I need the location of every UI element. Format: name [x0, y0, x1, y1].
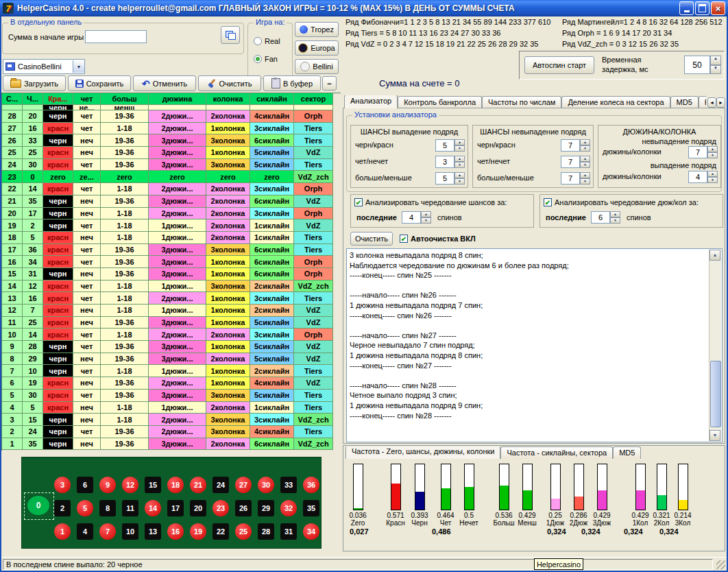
tab-Ко[interactable]: Ко: [699, 96, 706, 108]
chances-miss-row1-stepper[interactable]: 7▲▼: [561, 139, 590, 152]
spinner-up-icon[interactable]: ▲: [454, 139, 465, 145]
dozen-hit-stepper[interactable]: 4▲▼: [688, 171, 718, 183]
board-number-29[interactable]: 29: [258, 500, 274, 516]
board-number-4[interactable]: 4: [77, 523, 93, 540]
spinner-down-icon[interactable]: ▼: [710, 65, 721, 75]
spinner-up-icon[interactable]: ▲: [580, 172, 590, 178]
board-number-15[interactable]: 15: [145, 477, 161, 493]
spinner-down-icon[interactable]: ▼: [580, 178, 590, 184]
spinner-down-icon[interactable]: ▼: [580, 162, 590, 168]
freq-tab-Частота - сиклайны, сектора[interactable]: Частота - сиклайны, сектора: [500, 446, 613, 459]
alt-chances-stepper[interactable]: 4▲▼: [402, 211, 431, 224]
radio-fan-label[interactable]: Fan: [265, 55, 278, 63]
log-scrollbar[interactable]: ▲ ▼: [709, 250, 721, 441]
casino-combobox[interactable]: CasinoBellini ▼: [3, 59, 85, 74]
spinner-up-icon[interactable]: ▲: [707, 171, 718, 177]
board-number-33[interactable]: 33: [280, 477, 297, 493]
resize-grip[interactable]: [716, 560, 725, 569]
board-number-34[interactable]: 34: [303, 523, 319, 540]
spinner-up-icon[interactable]: ▲: [580, 156, 590, 162]
casino-bellini-button[interactable]: Bellini: [295, 59, 339, 74]
delay-input[interactable]: 50: [684, 56, 710, 74]
board-number-18[interactable]: 18: [167, 477, 184, 493]
copy-to-clipboard-button[interactable]: В буфер: [263, 75, 321, 91]
board-number-35[interactable]: 35: [303, 500, 319, 516]
alt-dozen-checkbox[interactable]: ✔: [544, 198, 552, 206]
spinner-up-icon[interactable]: ▲: [710, 56, 721, 65]
maximize-button[interactable]: [695, 1, 709, 15]
board-number-31[interactable]: 31: [280, 523, 297, 540]
casino-tropez-button[interactable]: Tropez: [295, 22, 339, 37]
board-number-3[interactable]: 3: [54, 477, 71, 493]
board-number-20[interactable]: 20: [190, 500, 206, 516]
autospin-start-button[interactable]: Автоспин старт: [524, 56, 594, 74]
collapse-button[interactable]: −: [322, 76, 337, 91]
autoclear-checkbox[interactable]: ✔: [400, 235, 408, 243]
board-number-13[interactable]: 13: [145, 523, 161, 540]
spinner-down-icon[interactable]: ▼: [454, 145, 465, 152]
chances-miss-row3-stepper[interactable]: 7▲▼: [561, 172, 590, 184]
tab-Анализатор[interactable]: Анализатор: [344, 95, 398, 108]
board-number-17[interactable]: 17: [167, 500, 184, 516]
minimize-button[interactable]: [679, 1, 694, 15]
tab-Контроль банкролла[interactable]: Контроль банкролла: [398, 96, 482, 108]
chances-hit-row3-stepper[interactable]: 5▲▼: [435, 172, 465, 184]
title-bar[interactable]: 7 HelperCasino 4.0 - create helperroulle…: [0, 0, 728, 16]
dozen-miss-stepper[interactable]: 7▲▼: [688, 146, 718, 158]
board-number-36[interactable]: 36: [303, 477, 319, 493]
board-number-1[interactable]: 1: [54, 523, 71, 540]
detach-panel-button[interactable]: [221, 26, 240, 44]
board-number-22[interactable]: 22: [213, 523, 229, 540]
freq-tab-Частота - Zero, шансы, дюжины, колонки[interactable]: Частота - Zero, шансы, дюжины, колонки: [345, 446, 500, 459]
board-number-9[interactable]: 9: [99, 477, 116, 493]
chances-hit-row1-stepper[interactable]: 5▲▼: [435, 139, 465, 152]
spinner-down-icon[interactable]: ▼: [580, 145, 590, 152]
freq-tab-MD5[interactable]: MD5: [613, 446, 641, 459]
board-number-11[interactable]: 11: [122, 500, 138, 516]
tab-MD5[interactable]: MD5: [670, 96, 699, 108]
board-number-0[interactable]: 0: [27, 496, 49, 515]
board-number-14[interactable]: 14: [145, 500, 161, 516]
board-number-24[interactable]: 24: [213, 477, 229, 493]
alt-dozen-stepper[interactable]: 6▲▼: [591, 211, 620, 224]
delay-stepper[interactable]: ▲ ▼: [710, 56, 721, 74]
chances-miss-row2-stepper[interactable]: 7▲▼: [561, 156, 590, 168]
log-clear-button[interactable]: Очистить: [350, 232, 393, 246]
board-number-21[interactable]: 21: [190, 477, 206, 493]
save-button[interactable]: Сохранить: [68, 75, 131, 91]
board-number-27[interactable]: 27: [235, 477, 252, 493]
board-number-25[interactable]: 25: [235, 523, 252, 540]
spinner-down-icon[interactable]: ▼: [707, 152, 718, 158]
close-button[interactable]: ×: [711, 1, 725, 15]
board-number-6[interactable]: 6: [77, 477, 93, 493]
spinner-up-icon[interactable]: ▲: [707, 146, 718, 152]
alt-chances-checkbox[interactable]: ✔: [354, 198, 363, 206]
board-number-8[interactable]: 8: [99, 500, 116, 516]
scroll-up-icon[interactable]: ▲: [709, 250, 720, 261]
undo-button[interactable]: ↶ Отменить: [133, 75, 196, 91]
scroll-down-icon[interactable]: ▼: [709, 430, 720, 441]
tab-Частоты по числам[interactable]: Частоты по числам: [482, 96, 561, 108]
spinner-up-icon[interactable]: ▲: [454, 172, 465, 178]
tab-scroll-right-button[interactable]: ►: [716, 97, 725, 108]
radio-real-label[interactable]: Real: [265, 37, 280, 45]
spinner-up-icon[interactable]: ▲: [580, 139, 590, 145]
casino-europa-button[interactable]: Europa: [295, 40, 339, 56]
board-number-19[interactable]: 19: [190, 523, 206, 540]
board-number-12[interactable]: 12: [122, 477, 138, 493]
spinner-up-icon[interactable]: ▲: [421, 211, 431, 217]
radio-fan[interactable]: [254, 55, 262, 63]
chances-hit-row2-stepper[interactable]: 3▲▼: [435, 156, 465, 168]
analysis-log[interactable]: 3 колонка невыпадала подряд 8 спин; Набл…: [346, 248, 723, 442]
board-number-2[interactable]: 2: [54, 500, 71, 516]
spinner-down-icon[interactable]: ▼: [454, 178, 465, 184]
tab-scroll-left-button[interactable]: ◄: [707, 97, 716, 108]
scrollbar-thumb[interactable]: [710, 361, 721, 427]
radio-real[interactable]: [254, 37, 262, 45]
tab-Деление колеса на сектора[interactable]: Деление колеса на сектора: [561, 96, 670, 108]
board-number-26[interactable]: 26: [235, 500, 252, 516]
spinner-down-icon[interactable]: ▼: [421, 217, 431, 224]
spinner-up-icon[interactable]: ▲: [454, 156, 465, 162]
board-number-23[interactable]: 23: [213, 500, 229, 516]
board-number-30[interactable]: 30: [258, 477, 274, 493]
